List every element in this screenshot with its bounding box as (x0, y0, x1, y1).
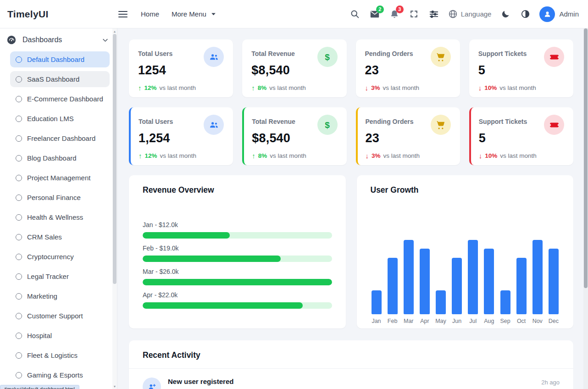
stat-delta: ↓10%vs last month (479, 152, 564, 160)
dollar-icon: $ (317, 47, 338, 67)
sidebar-item-project-management[interactable]: Project Management (10, 170, 110, 186)
stat-delta: ↓3%vs last month (365, 84, 451, 92)
sidebar-item-personal-finance[interactable]: Personal Finance (10, 189, 110, 206)
sidebar-item-health-wellness[interactable]: Health & Wellness (10, 209, 110, 225)
nav-link-home-label: Home (141, 10, 159, 18)
growth-bar[interactable] (516, 258, 527, 314)
sidebar-item-fleet-logistics[interactable]: Fleet & Logistics (10, 347, 110, 363)
growth-bar-tick-label: Jun (452, 318, 461, 324)
stat-card-total-revenue[interactable]: Total Revenue$$8,540↑8%vs last month (242, 107, 346, 165)
revenue-bar-group: Jan - $12.0k (143, 221, 332, 239)
growth-bar-tick-label: Mar (404, 318, 414, 324)
navbar-actions: 2 3 Language (349, 6, 588, 22)
growth-bar-column: Jul (467, 240, 479, 324)
growth-bar-column: Feb (387, 258, 399, 324)
sidebar-item-saas-dashboard[interactable]: SaaS Dashboard (10, 71, 110, 87)
sidebar-item-gaming-esports[interactable]: Gaming & Esports (10, 367, 110, 383)
main-content: Total Users1254↑12%vs last monthTotal Re… (117, 28, 588, 389)
growth-bar[interactable] (468, 240, 478, 314)
sidebar-item-cryptocurrency[interactable]: Cryptocurrency (10, 249, 110, 265)
sidebar-scrollbar-thumb[interactable] (113, 34, 116, 284)
user-menu[interactable]: Admin (539, 6, 579, 22)
sidebar-item-customer-support[interactable]: Customer Support (10, 308, 110, 324)
growth-bar[interactable] (388, 258, 398, 314)
growth-bar[interactable] (533, 240, 543, 314)
delta-note: vs last month (499, 84, 536, 91)
sidebar-item-education-lms[interactable]: Education LMS (10, 111, 110, 127)
growth-bar[interactable] (549, 249, 559, 314)
circle-outline-icon (16, 96, 22, 102)
delta-note: vs last month (383, 84, 420, 91)
revenue-bar-group: Feb - $19.0k (143, 245, 332, 262)
search-icon[interactable] (349, 9, 361, 20)
fullscreen-icon[interactable] (409, 9, 420, 20)
nav-link-more-label: More Menu (172, 10, 206, 18)
sidebar-scrollbar[interactable]: ▲ ▼ (112, 28, 117, 389)
user-icon (543, 10, 552, 18)
circle-outline-icon (16, 254, 22, 260)
delta-percent: 3% (371, 84, 380, 91)
sidebar-item-e-commerce-dashboard[interactable]: E-Commerce Dashboard (10, 91, 110, 107)
growth-bar-tick-label: Jan (372, 318, 381, 324)
dark-mode-moon-icon[interactable] (500, 9, 511, 20)
messages-icon[interactable]: 2 (369, 9, 380, 20)
sidebar-item-label: Cryptocurrency (27, 253, 74, 261)
top-navbar: TimelyUI Home More Menu 2 3 (0, 0, 588, 28)
sidebar-item-freelancer-dashboard[interactable]: Freelancer Dashboard (10, 130, 110, 146)
growth-bar[interactable] (500, 290, 510, 314)
caret-down-icon (211, 11, 216, 17)
language-selector[interactable]: Language (448, 9, 492, 19)
sidebar-item-label: Personal Finance (27, 194, 81, 201)
growth-bar[interactable] (372, 290, 382, 314)
contrast-toggle-icon[interactable] (520, 9, 531, 20)
arrow-up-icon: ↑ (139, 152, 142, 160)
window-scrollbar-thumb[interactable] (584, 28, 588, 288)
sidebar-item-marketing[interactable]: Marketing (10, 288, 110, 304)
sidebar-item-label: Gaming & Esports (27, 371, 83, 379)
stat-card-total-users[interactable]: Total Users1,254↑12%vs last month (129, 107, 233, 165)
growth-bar[interactable] (484, 249, 494, 314)
growth-bar[interactable] (404, 240, 414, 314)
nav-link-home[interactable]: Home (141, 10, 159, 18)
sidebar-section-dashboards[interactable]: Dashboards (0, 28, 117, 50)
stat-card-total-revenue[interactable]: Total Revenue$$8,540↑8%vs last month (242, 39, 346, 97)
stat-card-total-users[interactable]: Total Users1254↑12%vs last month (129, 39, 233, 97)
growth-bar[interactable] (420, 249, 430, 314)
stat-label: Pending Orders (365, 48, 413, 57)
notifications-bell-icon[interactable]: 3 (389, 9, 400, 20)
growth-bar-column: May (435, 290, 447, 324)
sidebar-item-label: Freelancer Dashboard (27, 134, 95, 142)
users-icon (204, 47, 224, 67)
stat-delta: ↑8%vs last month (252, 152, 337, 160)
stat-card-pending-orders[interactable]: Pending Orders23↓3%vs last month (356, 39, 460, 97)
growth-bar-column: Mar (403, 240, 415, 324)
activity-item[interactable]: New user registeredJohn Doe signed up 2 … (143, 369, 560, 389)
settings-sliders-icon[interactable] (428, 9, 439, 20)
growth-bar-column: Jun (451, 258, 463, 324)
revenue-bars: Jan - $12.0kFeb - $19.0kMar - $26.0kApr … (143, 221, 332, 309)
stat-card-support-tickets[interactable]: Support Tickets5↓10%vs last month (469, 39, 573, 97)
stat-card-pending-orders[interactable]: Pending Orders23↓3%vs last month (356, 107, 460, 165)
window-scrollbar[interactable] (583, 28, 588, 389)
brand-logo[interactable]: TimelyUI (0, 9, 117, 20)
sidebar-item-blog-dashboard[interactable]: Blog Dashboard (10, 150, 110, 166)
stat-label: Total Revenue (251, 48, 295, 57)
scrollbar-up-arrow[interactable]: ▲ (112, 28, 117, 34)
sidebar-item-crm-sales[interactable]: CRM Sales (10, 229, 110, 245)
sidebar-item-default-dashboard[interactable]: Default Dashboard (10, 51, 110, 67)
growth-bar[interactable] (452, 258, 462, 314)
growth-bar-column: Oct (516, 258, 527, 324)
cart-icon (431, 115, 451, 135)
circle-outline-icon (16, 135, 22, 142)
scrollbar-down-arrow[interactable]: ▼ (112, 383, 117, 389)
delta-percent: 12% (144, 84, 157, 91)
growth-bar-column: Sep (499, 290, 511, 324)
hamburger-menu-button[interactable] (117, 9, 128, 20)
sidebar-item-legal-tracker[interactable]: Legal Tracker (10, 268, 110, 284)
growth-bar-column: Jan (371, 290, 383, 324)
revenue-bar-label: Apr - $22.0k (143, 291, 332, 299)
stat-card-support-tickets[interactable]: Support Tickets5↓10%vs last month (469, 107, 573, 165)
nav-link-more-menu[interactable]: More Menu (172, 10, 216, 18)
growth-bar[interactable] (436, 290, 446, 314)
sidebar-item-hospital[interactable]: Hospital (10, 328, 110, 344)
